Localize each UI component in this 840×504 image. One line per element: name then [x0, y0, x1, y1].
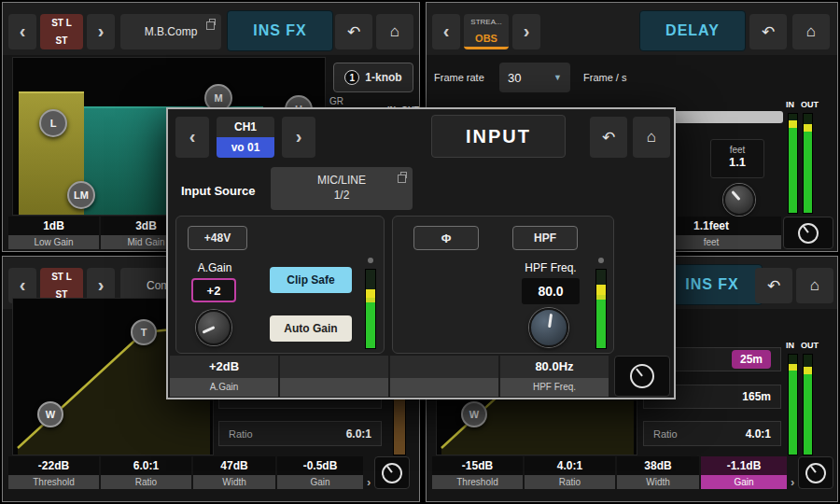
distance-value-box[interactable]: feet 1.1 — [710, 139, 764, 178]
delay-knob[interactable] — [723, 184, 755, 216]
touch-knob-box[interactable] — [783, 217, 833, 249]
chevron-right-icon: › — [98, 21, 105, 42]
input-source-line2: 1/2 — [334, 189, 350, 203]
chevron-right-icon: › — [296, 127, 302, 147]
footer-label: Threshold — [8, 475, 99, 489]
width-knob[interactable]: W — [461, 401, 487, 427]
next-channel-button[interactable]: › — [282, 117, 315, 158]
param-row-ratio[interactable]: Ratio 6.0:1 — [218, 421, 382, 446]
chevron-down-icon: ▼ — [553, 73, 562, 82]
footer-cell-threshold[interactable]: -22dB Threshold — [8, 456, 99, 489]
prev-channel-button[interactable]: ‹ — [432, 14, 460, 49]
tab-ins-fx[interactable]: INS FX — [662, 264, 763, 305]
dialog-footer: +2dB A.Gain 80.0Hz HPF Freq. — [170, 356, 610, 397]
footer-cell-gain[interactable]: -1.1dB Gain — [701, 456, 787, 489]
next-page-icon[interactable]: › — [791, 475, 794, 489]
footer-cell-ratio[interactable]: 4.0:1 Ratio — [525, 456, 615, 489]
out-label: OUT — [801, 341, 819, 350]
footer-value: 1dB — [8, 217, 99, 235]
footer-label: Width — [193, 475, 275, 489]
footer-value: -0.5dB — [277, 456, 363, 475]
footer-cell-2[interactable] — [280, 356, 388, 397]
hpf-meter — [595, 269, 607, 349]
input-source-button[interactable]: MIC/LINE 1/2 — [271, 167, 413, 210]
one-knob-button[interactable]: 1 1-knob — [333, 63, 413, 92]
undo-button[interactable]: ↶ — [755, 268, 792, 303]
hpf-button[interactable]: HPF — [512, 226, 578, 250]
footer-cell-gain[interactable]: -0.5dB Gain — [277, 456, 363, 489]
again-meter — [365, 269, 376, 349]
next-channel-button[interactable]: › — [512, 14, 540, 49]
band-knob-low[interactable]: L — [39, 109, 67, 137]
width-knob[interactable]: W — [37, 401, 63, 427]
home-button[interactable]: ⌂ — [633, 117, 670, 158]
auto-gain-button[interactable]: Auto Gain — [270, 315, 352, 342]
channel-name-line1: ST L — [40, 268, 83, 286]
next-channel-button[interactable]: › — [87, 14, 115, 49]
home-button[interactable]: ⌂ — [792, 14, 830, 49]
footer-cell-width[interactable]: 47dB Width — [193, 456, 275, 489]
footer-cell-again[interactable]: +2dB A.Gain — [170, 356, 278, 397]
footer-value: -1.1dB — [701, 456, 787, 475]
preset-name-box[interactable]: M.B.Comp — [120, 14, 221, 49]
channel-name-line1: STREA... — [464, 14, 509, 31]
param-value: 25m — [732, 350, 771, 369]
footer-cell-3[interactable] — [390, 356, 498, 397]
knob-icon — [630, 364, 654, 388]
clip-safe-button[interactable]: Clip Safe — [270, 267, 352, 293]
footer-label: Gain — [701, 475, 787, 489]
footer-value: +2dB — [170, 356, 278, 378]
home-button[interactable]: ⌂ — [376, 14, 413, 49]
home-button[interactable]: ⌂ — [796, 268, 833, 303]
undo-button[interactable]: ↶ — [335, 14, 372, 49]
param-footer: -15dB Threshold 4.0:1 Ratio 38dB Width -… — [432, 456, 833, 489]
footer-cell-low-gain[interactable]: 1dB Low Gain — [8, 217, 99, 249]
footer-label — [280, 378, 388, 397]
band-knob-lowmid[interactable]: LM — [67, 181, 95, 209]
channel-badge[interactable]: STREA... OBS — [464, 14, 509, 49]
touch-knob-box[interactable] — [614, 356, 670, 397]
frame-rate-select[interactable]: 30 ▼ — [499, 63, 570, 92]
tab-ins-fx[interactable]: INS FX — [227, 10, 333, 51]
hpf-freq-value-box[interactable]: 80.0 — [522, 278, 580, 304]
footer-cell-ratio[interactable]: 6.0:1 Ratio — [101, 456, 191, 489]
footer-cell-hpf[interactable]: 80.0Hz HPF Freq. — [500, 356, 609, 397]
hpf-freq-label: HPF Freq. — [509, 261, 593, 274]
footer-label: Width — [617, 475, 699, 489]
next-page-icon[interactable]: › — [367, 475, 371, 489]
distance-value: 1.1 — [711, 155, 763, 169]
footer-value: 6.0:1 — [101, 456, 191, 475]
footer-cell-width[interactable]: 38dB Width — [617, 456, 699, 489]
threshold-knob[interactable]: T — [131, 319, 157, 345]
undo-button[interactable]: ↶ — [749, 14, 787, 49]
footer-label: Low Gain — [8, 235, 99, 249]
undo-icon: ↶ — [767, 276, 780, 296]
home-icon: ⌂ — [806, 22, 816, 41]
footer-label: Ratio — [525, 475, 615, 489]
undo-button[interactable]: ↶ — [590, 117, 627, 158]
prev-channel-button[interactable]: ‹ — [175, 117, 209, 158]
prev-channel-button[interactable]: ‹ — [8, 14, 36, 49]
hpf-knob[interactable] — [529, 308, 568, 347]
param-value: 6.0:1 — [346, 427, 371, 441]
tab-delay[interactable]: DELAY — [639, 10, 746, 51]
footer-value: -22dB — [8, 456, 99, 475]
channel-number: CH1 — [217, 117, 274, 137]
again-knob[interactable] — [196, 310, 231, 345]
channel-badge[interactable]: ST L ST — [40, 14, 83, 49]
peak-led — [368, 258, 373, 263]
param-row-ratio[interactable]: Ratio 4.0:1 — [643, 421, 781, 446]
channel-badge[interactable]: CH1 vo 01 — [217, 117, 274, 158]
phantom-48v-button[interactable]: +48V — [188, 226, 247, 250]
footer-cell-threshold[interactable]: -15dB Threshold — [432, 456, 523, 489]
dialog-title: INPUT — [431, 115, 566, 158]
peak-led — [598, 258, 604, 263]
touch-knob-box[interactable] — [374, 456, 410, 489]
phase-button[interactable]: Φ — [413, 226, 479, 250]
mixer-screen: ‹ ST L ST › M.B.Comp INS FX ↶ ⌂ L M H LM… — [0, 0, 840, 504]
footer-label: Ratio — [101, 475, 191, 489]
footer-label: Gain — [277, 475, 363, 489]
again-value-box[interactable]: +2 — [191, 278, 236, 302]
touch-knob-box[interactable] — [798, 456, 833, 489]
param-footer: -22dB Threshold 6.0:1 Ratio 47dB Width -… — [8, 456, 410, 489]
